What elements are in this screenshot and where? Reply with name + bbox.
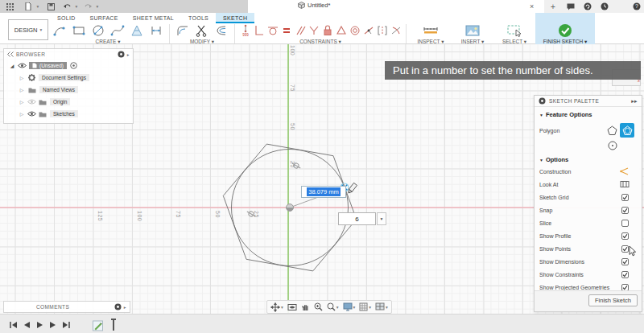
equal-icon[interactable]: [279, 23, 293, 38]
concentric-icon[interactable]: [348, 23, 361, 38]
dimension-icon[interactable]: [147, 23, 166, 38]
panel-gear-icon[interactable]: [539, 97, 546, 105]
viewports-icon[interactable]: ▾: [375, 302, 388, 311]
dock-arrows-icon[interactable]: ▸▸: [631, 98, 638, 105]
app-grid-icon[interactable]: [4, 2, 15, 11]
collapsed-arrow-icon[interactable]: ▷: [19, 111, 25, 117]
skip-to-end-icon[interactable]: [62, 321, 70, 329]
midpoint-icon[interactable]: [334, 23, 348, 38]
polygon-tool-icon[interactable]: [127, 23, 147, 38]
root-document-chip[interactable]: (Unsaved): [29, 62, 67, 69]
comments-bubble-icon[interactable]: [565, 2, 576, 11]
timeline-sketch-feature-icon[interactable]: [93, 319, 105, 331]
browser-item-label[interactable]: Origin: [50, 98, 70, 105]
dimension-input[interactable]: 38.079 mm: [301, 186, 346, 198]
activate-radio-icon[interactable]: [70, 62, 77, 69]
palette-option-snap[interactable]: Snap: [535, 204, 642, 216]
step-back-icon[interactable]: [23, 321, 31, 329]
help-icon[interactable]: ?: [631, 2, 642, 11]
checkbox-checked-icon[interactable]: [621, 207, 629, 214]
origin-point[interactable]: [287, 204, 294, 212]
palette-option-show-points[interactable]: Show Points: [535, 242, 642, 255]
clock-icon[interactable]: [599, 2, 610, 11]
pan-hand-icon[interactable]: [301, 302, 310, 311]
rectangle-icon[interactable]: [69, 23, 89, 38]
collapsed-arrow-icon[interactable]: ▷: [19, 87, 25, 92]
checkbox-checked-icon[interactable]: [621, 232, 629, 240]
finish-sketch-button-small[interactable]: Finish Sketch: [588, 294, 638, 306]
fit-icon[interactable]: ▾: [327, 302, 339, 311]
tab-close-icon[interactable]: ×: [530, 2, 534, 11]
trim-icon[interactable]: [192, 23, 212, 38]
orbit-icon[interactable]: ▾: [270, 302, 283, 312]
step-forward-icon[interactable]: [49, 321, 56, 329]
play-icon[interactable]: [36, 321, 43, 329]
circle-icon[interactable]: [89, 23, 108, 38]
browser-item-label[interactable]: Sketches: [50, 110, 78, 117]
comments-panel[interactable]: COMMENTS ▸: [3, 301, 130, 313]
tab-tools[interactable]: TOOLS: [181, 13, 216, 23]
palette-option-slice[interactable]: Slice: [535, 216, 642, 229]
spline-icon[interactable]: [108, 23, 127, 38]
eye-icon[interactable]: [18, 63, 27, 68]
browser-header[interactable]: BROWSER ▸: [4, 49, 133, 60]
panel-expand-icon[interactable]: ▸: [124, 305, 126, 310]
palette-option-construction[interactable]: Construction: [535, 165, 642, 178]
perpendicular-icon[interactable]: [252, 23, 266, 38]
tab-solid[interactable]: SOLID: [50, 13, 83, 23]
palette-option-sketch-grid[interactable]: Sketch Grid: [535, 191, 642, 204]
measure-icon[interactable]: [421, 23, 440, 38]
browser-root-row[interactable]: ◢ (Unsaved): [4, 60, 133, 72]
display-settings-icon[interactable]: ▾: [343, 302, 356, 311]
design-workspace-dropdown[interactable]: DESIGN▾: [8, 19, 48, 40]
tab-sketch[interactable]: SKETCH: [216, 13, 254, 23]
parallel-icon[interactable]: [293, 23, 307, 38]
checkbox-checked-icon[interactable]: [621, 258, 629, 265]
circumscribed-polygon-icon[interactable]: [620, 123, 634, 138]
palette-option-show-dimensions[interactable]: Show Dimensions: [535, 255, 642, 268]
sides-dropdown-icon[interactable]: ▼: [377, 212, 386, 225]
eye-icon[interactable]: [27, 111, 36, 117]
options-header[interactable]: ▼ Options: [535, 152, 642, 165]
panel-gear-icon[interactable]: [114, 303, 122, 310]
offset-icon[interactable]: [212, 23, 231, 38]
checkbox-checked-icon[interactable]: [621, 271, 629, 278]
new-tab-icon[interactable]: +: [547, 2, 559, 11]
browser-row-named-views[interactable]: ▷ Named Views: [4, 84, 133, 96]
panel-gear-icon[interactable]: [118, 51, 125, 58]
skip-to-start-icon[interactable]: [10, 321, 18, 329]
line-icon[interactable]: [50, 23, 69, 38]
tab-sheet-metal[interactable]: SHEET METAL: [126, 13, 181, 23]
browser-item-label[interactable]: Named Views: [39, 86, 78, 93]
collapse-arrows-icon[interactable]: [7, 51, 14, 57]
curvature-icon[interactable]: [389, 23, 402, 38]
palette-option-show-constraints[interactable]: Show Constraints: [535, 268, 642, 281]
look-at-icon[interactable]: [287, 303, 297, 311]
redo-chevron-icon[interactable]: ▾: [92, 2, 103, 11]
sides-input[interactable]: 6: [338, 212, 376, 225]
coincident-icon[interactable]: 999: [238, 23, 252, 38]
browser-row-origin[interactable]: ▷ Origin: [4, 96, 133, 108]
sketch-palette-header[interactable]: SKETCH PALETTE ▸▸: [535, 96, 642, 107]
fix-lock-icon[interactable]: [320, 23, 334, 38]
fillet-icon[interactable]: [173, 23, 192, 38]
tangent-icon[interactable]: [266, 23, 279, 38]
document-tab[interactable]: Untitled* ×: [248, 0, 544, 13]
palette-option-look-at[interactable]: Look At: [535, 178, 642, 191]
checkbox-checked-icon[interactable]: [621, 245, 629, 253]
browser-row-document-settings[interactable]: ▷ Document Settings: [4, 72, 133, 84]
finish-sketch-button[interactable]: FINISH SKETCH ▾: [535, 13, 595, 44]
image-icon[interactable]: [463, 23, 482, 38]
collinear-icon[interactable]: [361, 23, 375, 38]
feature-options-header[interactable]: ▼ Feature Options: [535, 107, 642, 120]
checkbox-checked-icon[interactable]: [621, 194, 629, 201]
grid-snaps-icon[interactable]: ▾: [359, 302, 371, 311]
browser-item-label[interactable]: Document Settings: [39, 74, 89, 81]
collapsed-arrow-icon[interactable]: ▷: [19, 99, 25, 105]
eye-icon-dim[interactable]: [27, 99, 36, 105]
edge-polygon-icon[interactable]: [606, 139, 619, 152]
inscribed-polygon-icon[interactable]: [605, 124, 618, 137]
select-box-icon[interactable]: [505, 23, 524, 38]
checkbox-unchecked-icon[interactable]: [621, 220, 629, 227]
collapsed-arrow-icon[interactable]: ▷: [19, 75, 25, 80]
